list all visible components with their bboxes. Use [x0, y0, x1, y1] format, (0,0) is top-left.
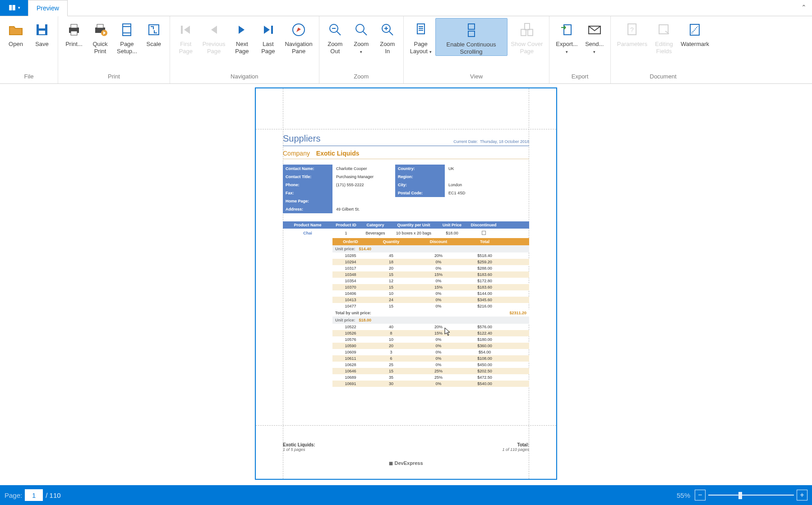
zoom-in-icon — [380, 21, 395, 39]
page-setup-icon — [119, 21, 134, 39]
report-title: Suppliers — [283, 133, 320, 144]
unit-price-1: Unit price:$14.40 — [332, 245, 529, 252]
export-button[interactable]: Export...▾ — [552, 18, 581, 55]
send-button[interactable]: Send...▾ — [581, 18, 608, 55]
order-row: 10477150%$216.00 — [332, 303, 529, 309]
prod-id: 1 — [332, 230, 360, 237]
next-page-button[interactable]: Next Page — [229, 18, 255, 55]
info-pair: Contact Title:Purchasing Manager — [283, 173, 377, 181]
svg-rect-15 — [181, 26, 183, 34]
info-value: UK — [445, 165, 458, 173]
info-right-col: Country:UKRegion:City:LondonPostal Code:… — [395, 165, 469, 213]
collapse-ribbon-caret-icon[interactable]: ⌃ — [801, 4, 807, 11]
save-button[interactable]: Save — [29, 18, 55, 48]
info-pair: Region: — [395, 173, 469, 181]
zoom-out-button[interactable]: Zoom Out — [322, 18, 348, 55]
group-navigation: First Page Previous Page Next Page Last … — [170, 16, 319, 83]
product-row: Chai 1 Beverages 10 boxes x 20 bags $18.… — [283, 229, 529, 238]
order-row: 102854520%$518.40 — [332, 252, 529, 259]
order-row: 10413240%$345.60 — [332, 297, 529, 303]
editing-fields-icon — [656, 21, 672, 39]
order-row: 10691300%$540.00 — [332, 381, 529, 387]
info-value: 49 Gilbert St. — [332, 205, 364, 213]
export-label: Export...▾ — [556, 39, 577, 55]
company-row: Company Exotic Liquids — [283, 150, 529, 159]
page-setup-button[interactable]: Page Setup... — [113, 18, 141, 55]
svg-rect-31 — [468, 24, 475, 29]
show-cover-page-button: Show Cover Page — [508, 18, 547, 55]
order-row: 10628250%$450.00 — [332, 362, 529, 368]
product-headers: Product Name Product ID Category Quantit… — [283, 221, 529, 229]
watermark-label: Watermark — [681, 39, 709, 48]
group-print-label: Print — [108, 70, 120, 83]
footer-left: Exotic Liquids:1 of 5 pages — [283, 442, 315, 452]
info-key: Phone: — [283, 181, 332, 189]
previous-page-button: Previous Page — [199, 18, 229, 55]
zoom-thumb[interactable] — [738, 492, 742, 499]
order-headers: OrderID Quantity Discount Total — [332, 238, 529, 245]
scale-button[interactable]: Scale — [141, 18, 167, 48]
zoom-track — [708, 495, 794, 496]
quick-print-icon — [92, 21, 108, 39]
scale-icon — [146, 21, 161, 39]
report-content: Suppliers Current Date: Thursday, 18 Oct… — [283, 133, 529, 387]
page-number-input[interactable] — [25, 489, 43, 501]
info-key: Region: — [395, 173, 445, 181]
company-label: Company — [283, 150, 310, 157]
unit-price-2: Unit price:$18.00 — [332, 317, 529, 324]
zoom-icon — [354, 21, 369, 39]
page-label: Page: — [5, 491, 22, 499]
info-key: Address: — [283, 205, 332, 213]
quick-print-button[interactable]: Quick Print — [87, 18, 113, 55]
continuous-scroll-icon — [464, 21, 479, 39]
svg-rect-4 — [39, 31, 45, 34]
navigation-pane-button[interactable]: Navigation Pane — [281, 18, 316, 55]
save-label: Save — [35, 39, 49, 48]
caret-down-icon: ▾ — [18, 5, 20, 10]
svg-rect-33 — [521, 29, 526, 36]
group-view: Page Layout ▾ Enable Continuous Scrollin… — [404, 16, 549, 83]
page-layout-button[interactable]: Page Layout ▾ — [406, 18, 435, 55]
quick-print-label: Quick Print — [92, 39, 107, 55]
oh-disc: Discount — [414, 238, 463, 245]
zoom-slider[interactable] — [708, 490, 794, 500]
info-key: Home Page: — [283, 197, 332, 205]
preview-tab[interactable]: Preview — [28, 0, 68, 16]
info-key: Contact Title: — [283, 173, 332, 181]
margin-top-guide — [256, 129, 556, 129]
svg-rect-0 — [9, 5, 12, 10]
info-value: Charlotte Cooper — [332, 165, 371, 173]
last-page-button[interactable]: Last Page — [255, 18, 281, 55]
zoom-in-label: Zoom In — [380, 39, 395, 55]
prod-price: $18.00 — [436, 230, 468, 237]
order-row: 10354120%$172.80 — [332, 278, 529, 284]
order-row: 106461525%$202.50 — [332, 368, 529, 374]
chevron-down-icon: ▾ — [360, 50, 362, 54]
order-row: 105224020%$576.00 — [332, 324, 529, 330]
group-zoom-label: Zoom — [354, 70, 369, 83]
page-footer: Exotic Liquids:1 of 5 pages Total:1 of 1… — [283, 442, 529, 452]
watermark-button[interactable]: Watermark — [677, 18, 713, 48]
print-button[interactable]: Print... — [61, 18, 87, 48]
compass-icon — [291, 21, 306, 39]
zoom-button[interactable]: Zoom▾ — [348, 18, 374, 55]
group-file-label: File — [24, 70, 34, 83]
info-key: City: — [395, 181, 445, 189]
continuous-scrolling-button[interactable]: Enable Continuous Scrolling — [435, 18, 508, 56]
zoom-plus-button[interactable]: + — [797, 490, 807, 500]
info-left-col: Contact Name:Charlotte CooperContact Tit… — [283, 165, 377, 213]
watermark-icon — [687, 21, 702, 39]
group-export: Export...▾ Send...▾ Export — [549, 16, 610, 83]
first-page-label: First Page — [179, 39, 193, 55]
preview-area[interactable]: Suppliers Current Date: Thursday, 18 Oct… — [0, 84, 812, 485]
zoom-minus-button[interactable]: − — [695, 490, 706, 500]
file-tab[interactable]: ▾ — [0, 0, 28, 16]
order-row: 10590200%$360.00 — [332, 343, 529, 349]
group-nav-label: Navigation — [231, 70, 258, 83]
zoom-in-button[interactable]: Zoom In — [374, 18, 401, 55]
parameters-label: Parameters — [617, 39, 647, 48]
info-key: Country: — [395, 165, 445, 173]
first-page-button: First Page — [173, 18, 199, 55]
info-pair: Country:UK — [395, 165, 469, 173]
open-button[interactable]: Open — [3, 18, 29, 48]
